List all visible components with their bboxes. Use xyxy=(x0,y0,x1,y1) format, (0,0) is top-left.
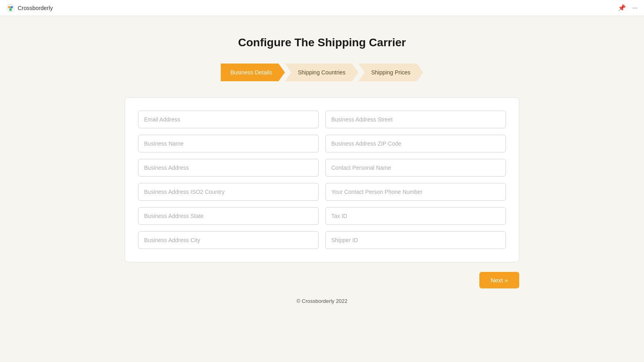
topbar-right: 📌 ··· xyxy=(618,4,638,12)
pin-icon[interactable]: 📌 xyxy=(618,4,626,12)
business-address-street-input[interactable] xyxy=(325,111,506,128)
stepper: Business Details Shipping Countries Ship… xyxy=(221,64,423,81)
topbar-left: Crossborderly xyxy=(6,4,53,12)
business-name-input[interactable] xyxy=(138,135,319,152)
app-logo-icon xyxy=(6,4,14,12)
step-label-business-details: Business Details xyxy=(230,69,272,76)
footer: © Crossborderly 2022 xyxy=(287,288,357,314)
form-grid xyxy=(138,111,506,249)
business-address-zip-input[interactable] xyxy=(325,135,506,152)
email-address-input[interactable] xyxy=(138,111,319,128)
tax-id-input[interactable] xyxy=(325,207,506,225)
step-shipping-prices[interactable]: Shipping Prices xyxy=(358,64,423,81)
next-button-container: Next » xyxy=(125,272,519,288)
svg-point-3 xyxy=(9,8,12,11)
business-address-iso2-input[interactable] xyxy=(138,183,319,201)
contact-phone-input[interactable] xyxy=(325,183,506,201)
app-name: Crossborderly xyxy=(18,5,53,11)
svg-point-1 xyxy=(8,6,10,8)
business-address-input[interactable] xyxy=(138,159,319,177)
menu-dots-icon[interactable]: ··· xyxy=(632,4,638,12)
main-content: Configure The Shipping Carrier Business … xyxy=(0,16,644,362)
footer-text: © Crossborderly 2022 xyxy=(297,298,348,304)
svg-point-2 xyxy=(10,6,13,8)
form-container xyxy=(125,97,519,262)
step-shipping-countries[interactable]: Shipping Countries xyxy=(285,64,358,81)
page-title: Configure The Shipping Carrier xyxy=(238,36,406,49)
next-button[interactable]: Next » xyxy=(479,272,519,288)
business-address-state-input[interactable] xyxy=(138,207,319,225)
step-label-shipping-prices: Shipping Prices xyxy=(371,69,410,76)
shipper-id-input[interactable] xyxy=(325,231,506,249)
contact-personal-name-input[interactable] xyxy=(325,159,506,177)
step-business-details[interactable]: Business Details xyxy=(221,64,285,81)
business-address-city-input[interactable] xyxy=(138,231,319,249)
topbar: Crossborderly 📌 ··· xyxy=(0,0,644,16)
step-label-shipping-countries: Shipping Countries xyxy=(298,69,345,76)
